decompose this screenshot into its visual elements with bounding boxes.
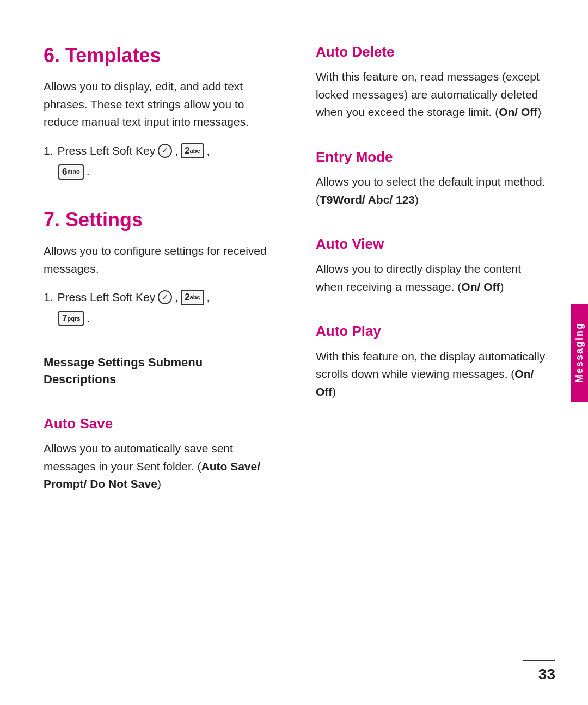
sidebar-tab: Messaging xyxy=(571,304,588,402)
section6-key-2abc: 2 abc xyxy=(181,143,204,158)
section7-comma1: , xyxy=(175,289,178,306)
section6-soft-key-icon: ✓ xyxy=(158,144,172,158)
entry-mode-title: Entry Mode xyxy=(316,149,548,165)
auto-save-title: Auto Save xyxy=(44,415,272,432)
section7-step1-line2: 7 pqrs . xyxy=(44,310,272,328)
section7-key-7pqrs: 7 pqrs xyxy=(58,311,84,326)
section7-press-text: Press Left Soft Key xyxy=(58,289,156,306)
section-divider-3 xyxy=(44,399,272,415)
auto-delete-body: With this feature on, read messages (exc… xyxy=(316,68,548,121)
entry-mode-body-bold: T9Word/ Abc/ 123 xyxy=(320,193,415,206)
section7-comma2: , xyxy=(207,289,210,306)
auto-view-body-part2: ) xyxy=(500,280,504,293)
right-divider-3 xyxy=(316,306,548,323)
section7-body: Allows you to configure settings for rec… xyxy=(44,242,272,278)
section7-key-2abc: 2 abc xyxy=(181,290,204,305)
submenu-heading-line1: Message Settings Submenu xyxy=(44,355,203,369)
section-divider-1 xyxy=(44,192,272,208)
section-divider-2 xyxy=(44,338,272,354)
entry-mode-body-part2: ) xyxy=(415,193,419,206)
section7-dot: . xyxy=(87,310,90,328)
page-divider-line xyxy=(523,660,555,661)
auto-view-title: Auto View xyxy=(316,236,548,253)
section7-step-number: 1. xyxy=(44,289,53,306)
auto-delete-title: Auto Delete xyxy=(316,44,548,60)
page-number: 33 xyxy=(538,666,555,683)
sidebar-tab-label: Messaging xyxy=(574,322,585,383)
section6-step1-line2: 6 mno . xyxy=(44,163,272,181)
right-divider-1 xyxy=(316,132,548,149)
section6-body: Allows you to display, edit, and add tex… xyxy=(44,78,272,131)
page-number-area: 33 xyxy=(523,660,555,683)
auto-view-body-bold: On/ Off xyxy=(461,280,500,293)
left-column: 6. Templates Allows you to display, edit… xyxy=(0,33,294,672)
auto-view-body: Allows you to directly display the conte… xyxy=(316,260,548,296)
right-column: Auto Delete With this feature on, read m… xyxy=(294,33,559,672)
section6-dot: . xyxy=(87,163,90,181)
submenu-heading-line2: Descriptions xyxy=(44,372,116,386)
submenu-heading: Message Settings Submenu Descriptions xyxy=(44,354,272,388)
section7-title: 7. Settings xyxy=(44,208,272,231)
auto-play-body-part1: With this feature on, the display automa… xyxy=(316,350,545,381)
page-container: 6. Templates Allows you to display, edit… xyxy=(0,0,588,705)
section6-press-text: Press Left Soft Key xyxy=(58,142,156,160)
auto-play-title: Auto Play xyxy=(316,323,548,340)
section7-step1-line1: 1. Press Left Soft Key ✓ , 2 abc , xyxy=(44,289,272,306)
auto-delete-body-part2: ) xyxy=(537,106,541,118)
auto-save-body: Allows you to automatically save sent me… xyxy=(44,440,272,493)
section6-comma2: , xyxy=(207,142,210,160)
right-divider-2 xyxy=(316,219,548,236)
auto-play-body: With this feature on, the display automa… xyxy=(316,348,548,401)
entry-mode-body: Allows you to select the default input m… xyxy=(316,173,548,209)
auto-play-body-part2: ) xyxy=(332,385,336,398)
section6-key-6mno: 6 mno xyxy=(58,164,84,180)
section6-step1-line1: 1. Press Left Soft Key ✓ , 2 abc , xyxy=(44,142,272,160)
section6-step1: 1. Press Left Soft Key ✓ , 2 abc , 6 mno… xyxy=(44,142,272,181)
section7-step1: 1. Press Left Soft Key ✓ , 2 abc , 7 pqr… xyxy=(44,289,272,327)
section6-step-number: 1. xyxy=(44,142,53,160)
section7-soft-key-icon: ✓ xyxy=(158,290,172,304)
section6-title: 6. Templates xyxy=(44,44,272,67)
auto-delete-body-bold: On/ Off xyxy=(499,106,537,118)
auto-save-body-part2: ) xyxy=(157,477,161,490)
section6-comma1: , xyxy=(175,142,178,160)
